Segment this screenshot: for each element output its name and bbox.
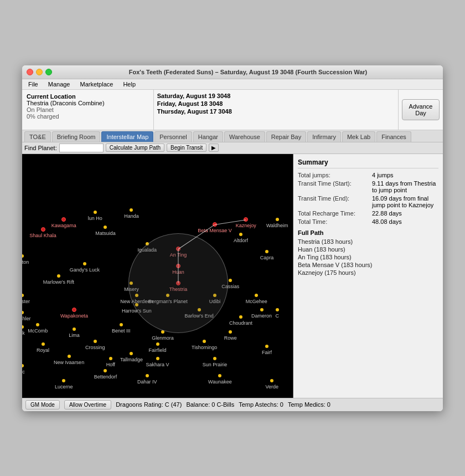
path-item-4: Kaznejoy (175 hours): [298, 269, 438, 276]
current-location: Current Location Thestria (Draconis Comb…: [22, 90, 153, 130]
menu-manage[interactable]: Manage: [46, 80, 72, 88]
calc-jump-button[interactable]: Calculate Jump Path: [106, 144, 164, 152]
tab-mek-lab[interactable]: Mek Lab: [342, 131, 375, 142]
planet-label: Kaznejoy: [236, 223, 256, 228]
planet-dot[interactable]: [36, 323, 39, 326]
planet-label: Deshler: [22, 316, 31, 321]
path-item-3: Beta Mensae V (183 hours): [298, 262, 438, 268]
tab-infirmary[interactable]: Infirmary: [307, 131, 341, 142]
planet-label: Capra: [260, 255, 274, 260]
planet-dot[interactable]: [62, 379, 65, 382]
planet-dot[interactable]: [42, 342, 45, 346]
planet-dot[interactable]: [213, 357, 216, 360]
maximize-button[interactable]: [45, 69, 52, 75]
tab-toe[interactable]: TO&E: [24, 131, 51, 142]
planet-dot[interactable]: [94, 211, 97, 214]
tab-hangar[interactable]: Hangar: [193, 131, 223, 142]
planet-dot[interactable]: [130, 208, 133, 212]
dragoons-rating: Dragoons Rating: C (47): [116, 401, 182, 408]
transit-start-key: Transit Time (Start):: [298, 180, 370, 193]
advance-day-section: Advance Day: [399, 90, 443, 130]
planet-label: Lima: [69, 332, 80, 338]
planet-label: Choudrant: [229, 320, 252, 326]
planet-label: Fairf: [262, 350, 272, 355]
planet-dot[interactable]: [22, 311, 24, 314]
date-3: Thursday, August 17 3048: [157, 108, 395, 115]
planet-dot[interactable]: [255, 294, 258, 297]
planet-dot[interactable]: [156, 342, 159, 346]
planet-dot[interactable]: [265, 345, 268, 348]
path-item-0: Thestria (183 hours): [298, 238, 438, 245]
planet-dot[interactable]: [218, 374, 221, 377]
tabs-bar: TO&E Briefing Room Interstellar Map Pers…: [22, 130, 443, 142]
gm-mode-button[interactable]: GM Mode: [25, 400, 60, 410]
date-list: Saturday, August 19 3048 Friday, August …: [154, 90, 398, 130]
planet-label: Kawagama: [51, 223, 76, 228]
tab-finances[interactable]: Finances: [376, 131, 411, 142]
menu-file[interactable]: File: [27, 80, 40, 88]
map-panel[interactable]: Kawagamalun HoShaul KhalaHandaMatsuidaKa…: [22, 154, 293, 398]
planet-dot[interactable]: [229, 279, 232, 282]
main-content: Kawagamalun HoShaul KhalaHandaMatsuidaKa…: [22, 154, 443, 398]
find-planet-label: Find Planet:: [24, 145, 57, 151]
advance-day-button[interactable]: Advance Day: [402, 99, 440, 120]
tab-briefing[interactable]: Briefing Room: [52, 131, 101, 142]
planet-dot[interactable]: [239, 233, 242, 236]
close-button[interactable]: [27, 69, 33, 75]
minimize-button[interactable]: [36, 69, 43, 75]
planet-dot[interactable]: [120, 323, 123, 326]
planet-label: Dameron: [251, 313, 272, 319]
planet-dot[interactable]: [229, 330, 232, 334]
summary-title: Summary: [298, 158, 438, 168]
planet-label: Shaul Khala: [29, 233, 56, 238]
planet-dot[interactable]: [22, 364, 24, 367]
planet-dot[interactable]: [276, 308, 279, 311]
planet-dot[interactable]: [22, 294, 24, 297]
planet-dot[interactable]: [130, 352, 133, 355]
planet-dot[interactable]: [260, 308, 264, 311]
temp-astechs: Temp Astechs: 0: [239, 401, 283, 408]
planet-dot[interactable]: [276, 218, 279, 221]
planet-dot[interactable]: [61, 217, 66, 222]
full-path-title: Full Path: [298, 229, 438, 236]
planet-dot[interactable]: [270, 379, 273, 382]
menu-marketplace[interactable]: Marketplace: [79, 80, 115, 88]
tab-personnel[interactable]: Personnel: [154, 131, 192, 142]
tab-warehouse[interactable]: Warehouse: [224, 131, 265, 142]
menu-bar: File Manage Marketplace Help: [22, 79, 443, 90]
map-arrow-button[interactable]: ▶: [209, 144, 219, 152]
tab-interstellar[interactable]: Interstellar Map: [101, 131, 153, 142]
begin-transit-button[interactable]: Begin Transit: [167, 144, 206, 152]
planet-dot[interactable]: [94, 340, 97, 343]
star-map[interactable]: Kawagamalun HoShaul KhalaHandaMatsuidaKa…: [22, 154, 293, 398]
planet-dot[interactable]: [203, 340, 206, 343]
planet-dot[interactable]: [72, 308, 76, 312]
planet-label: Benet III: [112, 328, 131, 334]
planet-dot[interactable]: [109, 357, 112, 360]
planet-label: Matsuida: [95, 231, 116, 236]
planet-label: New Ivaarsen: [54, 360, 84, 365]
jump-line: [178, 266, 179, 283]
planet-label: Sakhara V: [146, 362, 169, 367]
tab-repair-bay[interactable]: Repair Bay: [266, 131, 306, 142]
planet-label: Sun Prairie: [203, 362, 228, 367]
planet-dot[interactable]: [41, 227, 45, 232]
planet-label: C: [276, 313, 280, 319]
planet-dot[interactable]: [239, 315, 242, 319]
planet-dot[interactable]: [83, 262, 86, 265]
planet-dot[interactable]: [68, 355, 71, 358]
planet-dot[interactable]: [22, 254, 24, 258]
menu-help[interactable]: Help: [121, 80, 137, 88]
planet-dot[interactable]: [22, 325, 24, 329]
find-planet-input[interactable]: [59, 144, 104, 152]
planet-dot[interactable]: [104, 226, 107, 229]
planet-label: Verde: [266, 384, 279, 390]
planet-dot[interactable]: [146, 374, 149, 377]
planet-dot[interactable]: [156, 357, 159, 360]
planet-dot[interactable]: [104, 369, 107, 372]
allow-overtime-button[interactable]: Allow Overtime: [64, 400, 111, 410]
planet-dot[interactable]: [73, 327, 76, 331]
planet-dot[interactable]: [265, 250, 268, 253]
window-title: Fox's Teeth (Federated Suns) – Saturday,…: [58, 69, 438, 75]
planet-dot[interactable]: [57, 274, 60, 278]
